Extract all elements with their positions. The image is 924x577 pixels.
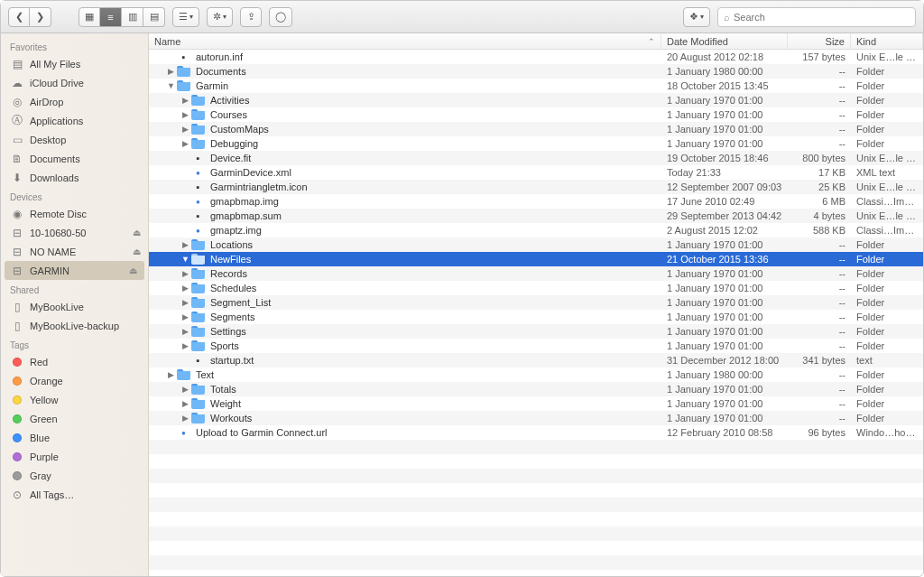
disclosure-triangle-icon[interactable]: ▶ <box>181 385 189 394</box>
disclosure-triangle-icon[interactable]: ▶ <box>181 139 189 148</box>
view-icon-button[interactable]: ▦ <box>79 7 100 27</box>
disclosure-triangle-icon[interactable]: ▶ <box>181 327 189 336</box>
table-row[interactable]: ●GarminDevice.xmlToday 21:3317 KBXML tex… <box>149 165 923 180</box>
cell-name: ▶Schedules <box>149 283 661 294</box>
disclosure-triangle-icon[interactable]: ▼ <box>181 255 189 264</box>
table-row[interactable]: ▶Locations1 January 1970 01:00--Folder <box>149 237 923 252</box>
disclosure-triangle-icon[interactable]: ▶ <box>181 312 189 321</box>
sidebar-item-label: Green <box>30 414 58 424</box>
sidebar-item-applications[interactable]: ⒶApplications <box>1 111 148 130</box>
sidebar-item-all-tags[interactable]: ⊙All Tags… <box>1 485 148 504</box>
table-row[interactable]: ▶Documents1 January 1980 00:00--Folder <box>149 64 923 79</box>
table-row[interactable]: ▪autorun.inf20 August 2012 02:18157 byte… <box>149 50 923 64</box>
sidebar-item-no-name[interactable]: ⊟NO NAME⏏ <box>1 242 148 261</box>
search-input[interactable] <box>734 12 910 23</box>
column-name[interactable]: Name⌃ <box>149 33 661 49</box>
table-row[interactable]: ▪Garmintriangletm.icon12 September 2007 … <box>149 180 923 194</box>
disclosure-triangle-icon[interactable]: ▶ <box>181 298 189 307</box>
table-row[interactable]: ▼NewFiles21 October 2015 13:36--Folder <box>149 252 923 266</box>
table-row[interactable]: ▶Totals1 January 1970 01:00--Folder <box>149 382 923 396</box>
table-row[interactable]: ●gmaptz.img2 August 2015 12:02588 KBClas… <box>149 223 923 237</box>
sidebar-item-tag-yellow[interactable]: Yellow <box>1 390 148 409</box>
table-row[interactable]: ▪Device.fit19 October 2015 18:46800 byte… <box>149 151 923 165</box>
sidebar-item-mybooklive[interactable]: ▯MyBookLive <box>1 297 148 316</box>
cell-name: ▶Documents <box>149 66 661 78</box>
disclosure-triangle-icon[interactable]: ▼ <box>167 81 175 90</box>
sidebar-item-tag-gray[interactable]: Gray <box>1 466 148 485</box>
forward-button[interactable]: ❯ <box>30 7 51 27</box>
eject-icon[interactable]: ⏏ <box>129 265 137 275</box>
view-coverflow-button[interactable]: ▤ <box>143 7 165 27</box>
cell-date: 1 January 1970 01:00 <box>661 398 788 409</box>
table-row[interactable]: ▶Workouts1 January 1970 01:00--Folder <box>149 411 923 425</box>
airdrop-icon: ◎ <box>10 95 24 109</box>
table-row[interactable]: ▶Settings1 January 1970 01:00--Folder <box>149 324 923 339</box>
table-row[interactable]: ▶CustomMaps1 January 1970 01:00--Folder <box>149 122 923 136</box>
table-row[interactable]: ▪startup.txt31 December 2012 18:00341 by… <box>149 353 923 368</box>
sidebar-item-all-my-files[interactable]: ▤All My Files <box>1 54 148 73</box>
table-row[interactable]: ▶Weight1 January 1970 01:00--Folder <box>149 396 923 411</box>
action-button[interactable]: ✲▾ <box>207 7 233 27</box>
table-row[interactable]: ●Upload to Garmin Connect.url12 February… <box>149 425 923 440</box>
column-size[interactable]: Size <box>788 33 851 49</box>
disclosure-triangle-icon[interactable]: ▶ <box>181 96 189 105</box>
file-name: Documents <box>196 66 246 77</box>
column-kind[interactable]: Kind <box>851 33 923 49</box>
disk-icon: ⊟ <box>10 264 24 278</box>
table-row[interactable]: ▶Activities1 January 1970 01:00--Folder <box>149 93 923 107</box>
cell-date: 1 January 1970 01:00 <box>661 283 788 293</box>
sidebar-item-documents[interactable]: 🗎Documents <box>1 149 148 168</box>
table-row[interactable]: ▶Sports1 January 1970 01:00--Folder <box>149 339 923 353</box>
column-date[interactable]: Date Modified <box>661 33 788 49</box>
sidebar-item-tag-purple[interactable]: Purple <box>1 447 148 466</box>
dot-icon: ● <box>191 225 205 237</box>
sidebar-item-tag-red[interactable]: Red <box>1 352 148 371</box>
sidebar-item-downloads[interactable]: ⬇Downloads <box>1 168 148 187</box>
sidebar-item-tag-orange[interactable]: Orange <box>1 371 148 390</box>
disclosure-triangle-icon[interactable]: ▶ <box>167 370 175 379</box>
sidebar-item-tag-green[interactable]: Green <box>1 409 148 428</box>
view-column-button[interactable]: ▥ <box>122 7 143 27</box>
disclosure-triangle-icon[interactable]: ▶ <box>181 269 189 278</box>
disclosure-triangle-icon[interactable]: ▶ <box>181 110 189 119</box>
cell-size: -- <box>788 80 851 91</box>
eject-icon[interactable]: ⏏ <box>133 247 141 256</box>
sidebar-item-10-10680-50[interactable]: ⊟10-10680-50⏏ <box>1 223 148 242</box>
disclosure-triangle-icon[interactable]: ▶ <box>181 341 189 350</box>
table-row[interactable]: ▶Debugging1 January 1970 01:00--Folder <box>149 136 923 151</box>
sidebar-item-desktop[interactable]: ▭Desktop <box>1 130 148 149</box>
empty-row <box>149 555 923 570</box>
disclosure-triangle-icon[interactable]: ▶ <box>181 125 189 134</box>
sidebar-item-remote-disc[interactable]: ◉Remote Disc <box>1 204 148 223</box>
tags-button[interactable]: ◯ <box>269 7 292 27</box>
table-row[interactable]: ▶Courses1 January 1970 01:00--Folder <box>149 107 923 122</box>
arrange-button[interactable]: ☰▾ <box>172 7 199 27</box>
table-row[interactable]: ▶Schedules1 January 1970 01:00--Folder <box>149 281 923 295</box>
disclosure-triangle-icon[interactable]: ▶ <box>181 240 189 249</box>
view-list-button[interactable]: ≡ <box>100 7 122 27</box>
table-row[interactable]: ▶Segment_List1 January 1970 01:00--Folde… <box>149 295 923 310</box>
sidebar-item-mybooklive-backup[interactable]: ▯MyBookLive-backup <box>1 316 148 335</box>
disclosure-triangle-icon[interactable]: ▶ <box>181 399 189 408</box>
table-row[interactable]: ▶Text1 January 1980 00:00--Folder <box>149 368 923 382</box>
table-row[interactable]: ▶Records1 January 1970 01:00--Folder <box>149 266 923 281</box>
disclosure-triangle-icon[interactable]: ▶ <box>181 414 189 423</box>
eject-icon[interactable]: ⏏ <box>133 228 141 237</box>
sidebar-item-garmin[interactable]: ⊟GARMIN⏏ <box>5 261 144 280</box>
table-row[interactable]: ●gmapbmap.img17 June 2010 02:496 MBClass… <box>149 194 923 209</box>
table-row[interactable]: ▼Garmin18 October 2015 13:45--Folder <box>149 79 923 93</box>
disclosure-triangle-icon[interactable]: ▶ <box>181 284 189 293</box>
back-button[interactable]: ❮ <box>8 7 30 27</box>
folder-icon <box>191 268 205 280</box>
table-row[interactable]: ▶Segments1 January 1970 01:00--Folder <box>149 310 923 324</box>
cell-date: 1 January 1970 01:00 <box>661 326 788 337</box>
disclosure-triangle-icon[interactable]: ▶ <box>167 67 175 76</box>
share-button[interactable]: ⇪ <box>240 7 262 27</box>
sidebar-item-icloud-drive[interactable]: ☁iCloud Drive <box>1 73 148 92</box>
cell-date: 20 August 2012 02:18 <box>661 51 788 62</box>
table-row[interactable]: ▪gmapbmap.sum29 September 2013 04:424 by… <box>149 209 923 223</box>
dropbox-button[interactable]: ❖▾ <box>683 7 710 27</box>
sidebar-item-airdrop[interactable]: ◎AirDrop <box>1 92 148 111</box>
search-field[interactable]: ⌕ <box>717 7 916 27</box>
sidebar-item-tag-blue[interactable]: Blue <box>1 428 148 447</box>
